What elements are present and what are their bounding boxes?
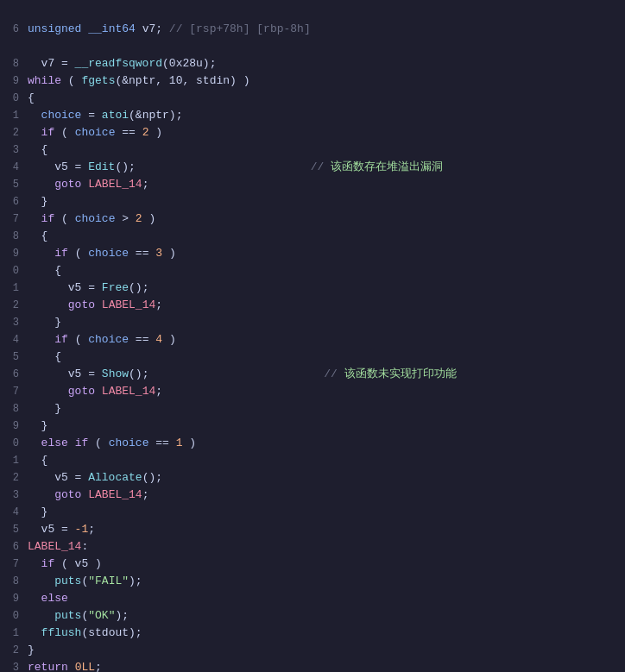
line-content: } [26, 504, 623, 521]
token-plain: } [28, 419, 47, 432]
code-line [0, 38, 625, 55]
token-plain: (&nptr, 10, stdin) ) [115, 74, 249, 87]
token-plain: { [28, 91, 35, 104]
line-number: 5 [2, 521, 26, 538]
line-content: if ( choice == 4 ) [26, 331, 623, 349]
line-number: 7 [2, 556, 26, 573]
token-choice-kw: choice [88, 333, 129, 346]
token-plain: ; [95, 661, 102, 672]
line-number: 6 [2, 193, 26, 210]
token-str: "OK" [88, 609, 115, 622]
token-plain [28, 488, 54, 501]
token-plain: { [28, 143, 47, 156]
token-func: atoi [102, 109, 129, 122]
token-plain [28, 178, 54, 191]
token-plain: v5 = [28, 523, 75, 536]
line-number: 5 [2, 176, 26, 193]
token-plain [28, 575, 54, 587]
line-content: { [26, 262, 623, 279]
token-plain: (); [115, 160, 135, 173]
token-plain [68, 436, 75, 449]
code-line: 5 { [0, 349, 625, 366]
token-num: 4 [155, 333, 162, 346]
token-plain [28, 436, 41, 449]
line-number: 6 [2, 538, 26, 556]
token-plain: v5 = [28, 367, 102, 380]
token-plain: = [81, 109, 101, 122]
line-number: 8 [2, 55, 26, 72]
token-kw: if [54, 333, 68, 346]
token-label: LABEL_14 [88, 178, 142, 191]
line-number: 3 [2, 141, 26, 159]
token-plain: > [115, 212, 135, 225]
line-content: LABEL_14: [26, 538, 623, 556]
line-number: 2 [2, 297, 26, 314]
token-comment-cn: 该函数存在堆溢出漏洞 [331, 160, 443, 173]
token-choice-kw: choice [75, 126, 116, 139]
line-content: goto LABEL_14; [26, 383, 623, 400]
token-label: LABEL_14 [102, 385, 155, 398]
line-number: 0 [2, 435, 26, 452]
token-kw: else [41, 592, 68, 605]
token-kw: if [41, 557, 55, 570]
token-plain: } [28, 644, 35, 656]
token-plain [148, 367, 324, 380]
token-plain [28, 592, 41, 605]
token-plain: } [28, 506, 47, 518]
line-number: 3 [2, 314, 26, 331]
line-number: 2 [2, 642, 26, 659]
token-plain: (stdout); [81, 626, 142, 639]
line-number: 8 [2, 573, 26, 590]
token-plain [28, 126, 41, 139]
line-content: v5 = Show(); // 该函数未实现打印功能 [26, 366, 623, 383]
token-kw: return [28, 661, 68, 672]
token-func: puts [54, 575, 81, 587]
line-content: { [26, 141, 623, 159]
code-line: 9 } [0, 418, 625, 435]
token-plain: ); [115, 609, 129, 622]
token-plain: ) [183, 436, 197, 449]
code-line: 0 else if ( choice == 1 ) [0, 435, 625, 452]
code-line: 9while ( fgets(&nptr, 10, stdin) ) [0, 72, 625, 90]
token-plain: ) [162, 247, 176, 260]
line-content: v5 = Edit(); // 该函数存在堆溢出漏洞 [26, 159, 623, 176]
token-plain: : [81, 540, 88, 553]
code-line: 2 if ( choice == 2 ) [0, 124, 625, 141]
token-label: LABEL_14 [102, 298, 155, 311]
token-plain: (); [129, 367, 148, 380]
code-line: 3 { [0, 141, 625, 159]
line-number: 2 [2, 469, 26, 487]
token-func: Allocate [88, 471, 142, 484]
token-label: LABEL_14 [28, 540, 81, 553]
line-number: 4 [2, 159, 26, 176]
token-plain: ( v5 ) [54, 557, 102, 570]
line-number: 5 [2, 349, 26, 366]
token-plain [136, 160, 311, 173]
line-number: 1 [2, 107, 26, 124]
token-kw-type: __int64 [88, 22, 136, 35]
code-line [0, 3, 625, 21]
token-kw: goto [54, 488, 81, 501]
token-func: Edit [88, 160, 115, 173]
code-line: 3return 0LL; [0, 659, 625, 672]
token-comment-marker: // [324, 367, 344, 380]
token-kw: if [54, 247, 68, 260]
code-line: 7 if ( v5 ) [0, 556, 625, 573]
code-line: 3 goto LABEL_14; [0, 487, 625, 504]
code-line: 0 { [0, 262, 625, 279]
code-line: 5 v5 = -1; [0, 521, 625, 538]
code-line: 7 if ( choice > 2 ) [0, 210, 625, 228]
line-content: { [26, 349, 623, 366]
code-line: 6 } [0, 193, 625, 210]
code-line: 1 { [0, 452, 625, 469]
token-label: LABEL_14 [88, 488, 142, 501]
token-func: puts [54, 609, 81, 622]
token-kw: else [41, 436, 68, 449]
line-content: else if ( choice == 1 ) [26, 435, 623, 452]
token-comment-cn: 该函数未实现打印功能 [344, 367, 457, 380]
line-content: } [26, 400, 623, 418]
token-plain [28, 626, 41, 639]
line-content: while ( fgets(&nptr, 10, stdin) ) [26, 72, 623, 90]
code-line: 2 goto LABEL_14; [0, 297, 625, 314]
code-line: 8 { [0, 228, 625, 245]
